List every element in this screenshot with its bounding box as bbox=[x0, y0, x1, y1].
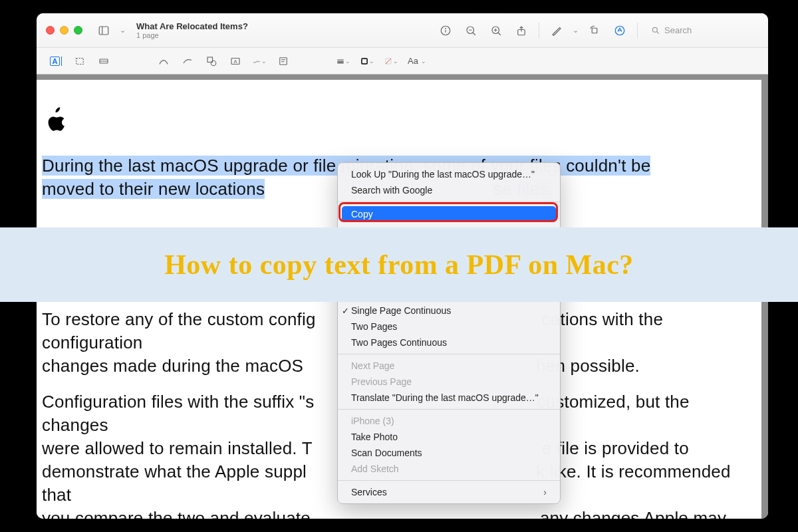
document-title: What Are Relocated Items? bbox=[136, 21, 248, 31]
svg-line-6 bbox=[473, 33, 475, 35]
text-style-tool[interactable]: Aa⌄ bbox=[408, 56, 426, 66]
svg-line-33 bbox=[386, 58, 391, 63]
body-text[interactable]: you compare the two and evaluate bbox=[42, 508, 311, 519]
search-icon bbox=[651, 26, 660, 35]
zoom-out-button[interactable] bbox=[462, 21, 480, 40]
menu-item-single-page-continuous[interactable]: ✓Single Page Continuous bbox=[338, 303, 560, 319]
svg-line-9 bbox=[498, 33, 501, 35]
overlay-banner: How to copy text from a PDF on Mac? bbox=[0, 227, 798, 302]
menu-item-take-photo[interactable]: Take Photo bbox=[338, 429, 560, 445]
svg-rect-14 bbox=[592, 28, 597, 33]
context-menu: Look Up "During the last macOS upgrade…"… bbox=[337, 162, 561, 504]
border-color-tool[interactable]: ⌄ bbox=[360, 54, 374, 68]
shapes-tool[interactable] bbox=[204, 54, 219, 68]
svg-point-4 bbox=[446, 28, 446, 29]
apple-logo-icon bbox=[45, 106, 67, 133]
info-button[interactable] bbox=[436, 21, 455, 40]
svg-rect-0 bbox=[99, 27, 108, 35]
body-text[interactable]: Configuration files with the suffix "s bbox=[42, 392, 314, 412]
sidebar-toggle-button[interactable] bbox=[94, 21, 113, 40]
redact-tool[interactable] bbox=[96, 54, 111, 68]
menu-item-scan-documents[interactable]: Scan Documents bbox=[338, 445, 560, 461]
close-window-button[interactable] bbox=[46, 26, 55, 35]
line-style-tool[interactable]: ⌄ bbox=[336, 54, 350, 68]
text-selection-tool[interactable]: A bbox=[49, 54, 63, 68]
svg-point-16 bbox=[652, 27, 657, 32]
document-page-count: 1 page bbox=[136, 31, 248, 39]
menu-item-two-pages[interactable]: Two Pages bbox=[338, 319, 560, 334]
menu-item-search-google[interactable]: Search with Google bbox=[338, 182, 560, 198]
markup-toolbar: A A ⌄ ⌄ ⌄ ⌄ Aa⌄ bbox=[37, 48, 768, 74]
menu-separator bbox=[338, 409, 560, 410]
rotate-button[interactable] bbox=[585, 21, 604, 40]
menu-item-services[interactable]: Services› bbox=[338, 484, 560, 500]
menu-item-iphone: iPhone (3) bbox=[338, 413, 560, 429]
svg-rect-18 bbox=[76, 58, 84, 64]
menu-separator bbox=[338, 201, 560, 202]
selected-text[interactable]: moved to their new locations bbox=[42, 179, 265, 199]
sketch-tool[interactable] bbox=[156, 54, 171, 68]
markup-button[interactable] bbox=[610, 21, 629, 40]
svg-rect-31 bbox=[362, 58, 367, 63]
share-button[interactable] bbox=[512, 21, 531, 40]
rect-selection-tool[interactable] bbox=[72, 54, 87, 68]
menu-item-copy[interactable]: Copy bbox=[338, 205, 560, 223]
menu-item-lookup[interactable]: Look Up "During the last macOS upgrade…" bbox=[338, 166, 560, 182]
body-text[interactable]: demonstrate what the Apple suppl bbox=[42, 462, 307, 481]
window-controls bbox=[46, 26, 82, 35]
body-text[interactable]: e file is provided to bbox=[542, 438, 689, 458]
checkmark-icon: ✓ bbox=[342, 306, 349, 316]
menu-item-add-sketch: Add Sketch bbox=[338, 461, 560, 477]
body-text[interactable]: To restore any of the custom config bbox=[42, 309, 316, 329]
menu-separator bbox=[338, 354, 560, 354]
overlay-headline: How to copy text from a PDF on Mac? bbox=[164, 249, 634, 281]
menu-item-translate[interactable]: Translate "During the last macOS upgrade… bbox=[338, 390, 560, 406]
menu-item-two-pages-continuous[interactable]: Two Pages Continuous bbox=[338, 334, 560, 350]
svg-point-22 bbox=[211, 61, 216, 66]
text-tool[interactable]: A bbox=[228, 54, 243, 68]
fill-color-tool[interactable]: ⌄ bbox=[384, 54, 398, 68]
zoom-in-button[interactable] bbox=[487, 21, 505, 40]
minimize-window-button[interactable] bbox=[60, 26, 68, 35]
svg-text:A: A bbox=[233, 59, 237, 65]
search-field[interactable]: Search bbox=[646, 23, 759, 37]
chevron-right-icon: › bbox=[543, 487, 547, 497]
body-text[interactable]: were allowed to remain installed. T bbox=[42, 438, 313, 458]
titlebar: ⌄ What Are Relocated Items? 1 page ⌄ Sea… bbox=[37, 13, 768, 48]
zoom-window-button[interactable] bbox=[74, 26, 82, 35]
svg-rect-25 bbox=[280, 57, 287, 65]
document-title-block: What Are Relocated Items? 1 page bbox=[136, 21, 248, 39]
search-placeholder: Search bbox=[664, 25, 692, 35]
highlight-menu-chevron-icon[interactable]: ⌄ bbox=[573, 26, 579, 35]
menu-separator bbox=[338, 480, 560, 481]
menu-item-previous-page: Previous Page bbox=[338, 374, 560, 390]
highlight-button[interactable] bbox=[547, 21, 566, 40]
note-tool[interactable] bbox=[276, 54, 291, 68]
draw-tool[interactable] bbox=[180, 54, 195, 68]
svg-line-17 bbox=[657, 31, 659, 33]
toolbar-separator bbox=[637, 23, 638, 39]
toolbar-separator bbox=[539, 23, 539, 39]
sign-tool[interactable]: ⌄ bbox=[252, 54, 267, 68]
sidebar-menu-chevron-icon[interactable]: ⌄ bbox=[120, 26, 126, 35]
body-text[interactable]: changes made during the macOS bbox=[42, 356, 303, 376]
menu-item-next-page: Next Page bbox=[338, 358, 560, 374]
